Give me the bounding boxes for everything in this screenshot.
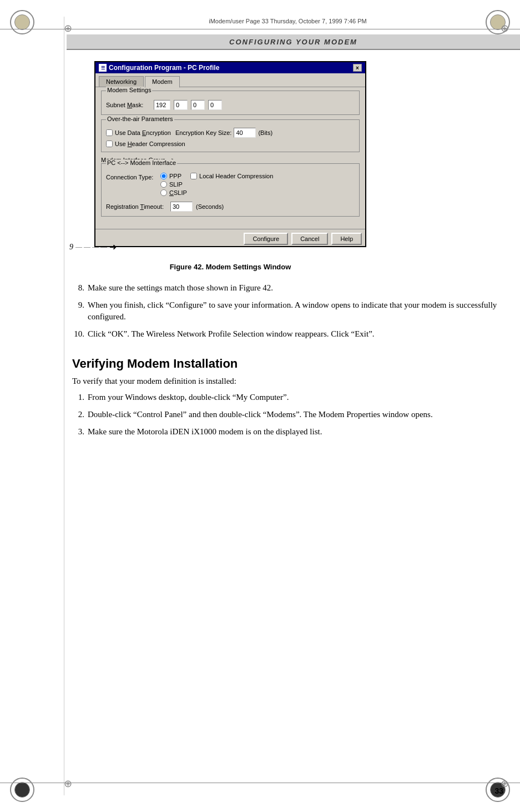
connection-type-radio-group: PPP Local Header Compression SLIP [160,173,273,196]
pc-modem-interface-group: PC <--> Modem Interface Connection Type:… [101,163,360,217]
use-header-compression-label: Use Header Compression [115,141,185,147]
section-list-num-3: 3. [72,426,88,438]
ppp-radio[interactable] [160,173,167,179]
ppp-radio-row: PPP [160,173,181,179]
local-header-label: Local Header Compression [199,173,273,179]
use-header-compression-checkbox[interactable] [106,141,113,147]
subnet-input-1[interactable] [154,100,170,110]
subnet-mask-label: Subnet Mask: [106,102,150,108]
modem-settings-group: Modem Settings Subnet Mask: [101,91,360,115]
section-list-text-1: From your Windows desktop, double-click … [88,392,289,403]
encryption-key-size-label: Encryption Key Size: [175,129,232,136]
page-number: 33 [494,786,503,795]
list-item-8: 8. Make sure the settings match those sh… [72,282,498,294]
cslip-radio-row: CSLIP [160,189,273,196]
footer-rule [0,783,520,783]
tab-modem[interactable]: Modem [145,76,180,88]
configure-button[interactable]: Configure [244,233,288,245]
over-air-content: Use Data Encryption Encryption Key Size:… [106,128,355,147]
dialog-window: ☰ Configuration Program - PC Profile × N… [94,61,366,247]
step-9-area: 9 — — — — ➜ [69,242,117,252]
dialog-close-button[interactable]: × [353,64,362,72]
section-list-item-2: 2. Double-click “Control Panel” and then… [72,409,498,420]
connection-type-area: Connection Type: PPP Local Heade [106,173,355,196]
button-row: Configure Cancel Help [95,229,365,246]
header-rule [0,29,520,29]
list-item-10: 10. Click “OK”. The Wireless Network Pro… [72,328,498,340]
left-margin-line [64,17,64,795]
pc-modem-interface-label: PC <--> Modem Interface [106,159,177,166]
main-content: ☰ Configuration Program - PC Profile × N… [67,50,503,790]
section-list-text-2: Double-click “Control Panel” and then do… [88,409,433,420]
subnet-input-4[interactable] [208,100,222,110]
crosshair-top-left: ⊕ [64,22,72,34]
cslip-radio[interactable] [160,189,167,196]
step-9-arrow: ➜ [109,242,117,252]
section-list-item-3: 3. Make sure the Motorola iDEN iX1000 mo… [72,426,498,438]
slip-radio[interactable] [160,181,167,188]
local-header-checkbox[interactable] [190,173,197,179]
over-air-group: Over-the-air Parameters Use Data Encrypt… [101,119,360,152]
section-intro: To verify that your modem definition is … [72,377,498,386]
section-list-text-3: Make sure the Motorola iDEN iX1000 modem… [88,426,322,438]
cancel-button[interactable]: Cancel [291,233,328,245]
subnet-input-2[interactable] [174,100,188,110]
tab-networking[interactable]: Networking [99,76,144,87]
connection-type-label: Connection Type: [106,173,156,181]
dialog-titlebar: ☰ Configuration Program - PC Profile × [95,62,365,73]
subnet-input-3[interactable] [191,100,205,110]
section-heading-area: Verifying Modem Installation To verify t… [72,357,498,438]
corner-inner-bl [14,782,30,798]
use-header-compression-row: Use Header Compression [106,141,355,147]
step-9-number: 9 [69,243,73,252]
dialog-tabs: Networking Modem [95,73,365,87]
encryption-key-input[interactable] [234,128,256,138]
list-item-9: 9. When you finish, click “Configure” to… [72,299,498,323]
use-data-encryption-row: Use Data Encryption Encryption Key Size:… [106,128,355,138]
body-list-section: 8. Make sure the settings match those sh… [72,282,498,443]
section-list-item-1: 1. From your Windows desktop, double-cli… [72,392,498,403]
top-banner: CONFIGURING YOUR MODEM [67,34,520,50]
section-heading: Verifying Modem Installation [72,357,498,371]
list-text-8: Make sure the settings match those shown… [88,282,273,294]
use-data-encryption-checkbox[interactable] [106,129,113,136]
body-numbered-list: 8. Make sure the settings match those sh… [72,282,498,340]
section-list-num-1: 1. [72,392,88,403]
dialog-body: Modem Settings Subnet Mask: Over-the-air… [95,87,365,227]
over-air-label: Over-the-air Parameters [106,116,174,122]
slip-label: SLIP [169,181,183,188]
section-list-num-2: 2. [72,409,88,420]
dialog-title: Configuration Program - PC Profile [109,64,219,72]
dialog-icon: ☰ [99,64,107,72]
local-header-row: Local Header Compression [190,173,273,179]
list-num-9: 9. [72,299,88,323]
list-num-10: 10. [72,328,88,340]
figure-caption: Figure 42. Modem Settings Window [94,262,366,272]
cslip-label: CSLIP [169,189,187,196]
ppp-row: PPP Local Header Compression [160,173,273,179]
list-text-10: Click “OK”. The Wireless Network Profile… [88,328,375,340]
seconds-label: (Seconds) [196,203,224,210]
help-button[interactable]: Help [331,233,362,245]
reg-timeout-row: Registration Timeout: (Seconds) [106,202,355,212]
ppp-label: PPP [169,173,181,179]
list-text-9: When you finish, click “Configure” to sa… [88,299,498,323]
corner-inner-tl [14,14,30,30]
bits-label: (Bits) [258,129,272,136]
header-file-text: iModem/user Page 33 Thursday, October 7,… [72,18,503,24]
pc-modem-interface-content: Connection Type: PPP Local Heade [106,173,355,212]
use-data-encryption-label: Use Data Encryption [115,129,171,136]
titlebar-left: ☰ Configuration Program - PC Profile [99,64,219,72]
section-numbered-list: 1. From your Windows desktop, double-cli… [72,392,498,438]
subnet-mask-row: Subnet Mask: [106,100,355,110]
reg-timeout-label: Registration Timeout: [106,203,167,210]
reg-timeout-input[interactable] [170,202,193,212]
list-num-8: 8. [72,282,88,294]
step-9-dashes: — — — — [75,243,107,251]
slip-radio-row: SLIP [160,181,273,188]
